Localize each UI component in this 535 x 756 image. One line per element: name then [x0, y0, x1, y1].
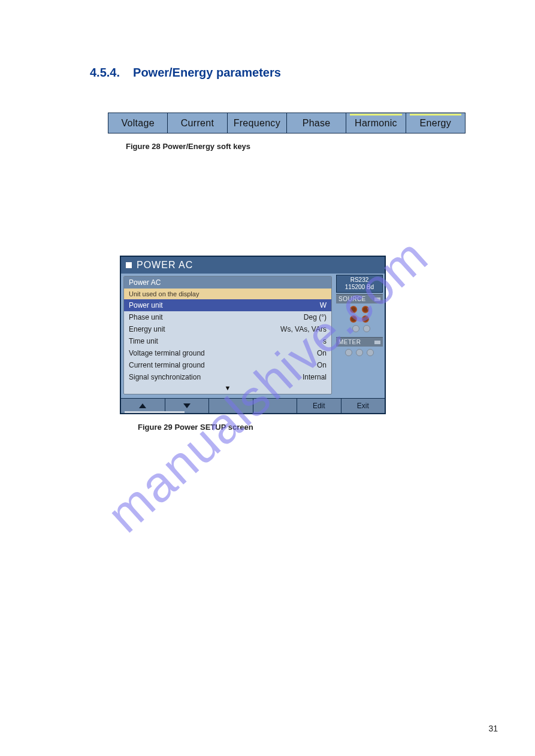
softkey-label: Current: [181, 118, 214, 128]
row-value: On: [317, 348, 327, 358]
settings-panel: Power AC Unit used on the display Power …: [123, 276, 332, 394]
row-value: Internal: [303, 372, 327, 382]
softkey-label: Exit: [357, 402, 369, 410]
screen-title: POWER AC: [137, 260, 193, 271]
row-value: Deg (°): [304, 312, 327, 322]
exit-button[interactable]: Exit: [341, 399, 385, 413]
source-led-icon: [374, 297, 380, 301]
softkey-frequency[interactable]: Frequency: [228, 113, 287, 133]
row-label: Energy unit: [129, 324, 165, 334]
terminal-icon: [362, 306, 369, 313]
row-label: Power unit: [129, 300, 163, 310]
row-label: Phase unit: [129, 312, 163, 322]
stop-icon: [126, 262, 132, 268]
terminal-row-hi: [350, 306, 369, 313]
row-signal-sync[interactable]: Signal synchronization Internal: [124, 371, 331, 383]
meter-dots: [345, 349, 374, 356]
screen-titlebar: POWER AC: [121, 257, 385, 274]
softkey-label: Harmonic: [355, 118, 397, 128]
rs-line1: RS232: [337, 277, 382, 284]
title-underline: [125, 411, 185, 413]
dot-icon: [356, 349, 363, 356]
heading-title: Power/Energy parameters: [133, 66, 281, 79]
softkey-label: Voltage: [121, 118, 154, 128]
meter-label: METER: [338, 339, 361, 345]
row-current-ground[interactable]: Current terminal ground On: [124, 359, 331, 371]
row-voltage-ground[interactable]: Voltage terminal ground On: [124, 347, 331, 359]
row-label: Voltage terminal ground: [129, 348, 205, 358]
row-energy-unit[interactable]: Energy unit Ws, VAs, VArs: [124, 323, 331, 335]
dot-icon: [352, 325, 359, 332]
row-value: On: [317, 360, 327, 370]
rs-line2: 115200 Bd: [337, 284, 382, 291]
softkey-phase[interactable]: Phase: [287, 113, 346, 133]
meter-terminals: [336, 347, 383, 360]
softkey-label: Energy: [420, 118, 452, 128]
indicator-dots: [349, 325, 370, 332]
heading-number: 4.5.4.: [90, 66, 120, 80]
arrow-up-icon: [139, 403, 146, 408]
softkey-label: Edit: [313, 402, 325, 410]
arrow-down-icon: [183, 403, 191, 408]
more-indicator: ▼: [124, 383, 331, 394]
row-power-unit[interactable]: Power unit W: [124, 299, 331, 311]
terminal-icon: [362, 315, 369, 323]
softkey-voltage[interactable]: Voltage: [108, 113, 168, 133]
source-tab[interactable]: SOURCE: [336, 294, 383, 303]
row-value: Ws, VAs, VArs: [280, 324, 327, 334]
row-label: Current terminal ground: [129, 360, 205, 370]
softkey-label: Phase: [303, 118, 331, 128]
figure-29-caption: Figure 29 Power SETUP screen: [138, 423, 499, 432]
document-page: 4.5.4.Power/Energy parameters Voltage Cu…: [0, 0, 535, 756]
softkeys-bar: Voltage Current Frequency Phase Harmonic…: [108, 113, 466, 133]
row-label: Time unit: [129, 336, 158, 346]
source-label: SOURCE: [338, 296, 366, 302]
softkey-label: Frequency: [234, 118, 280, 128]
panel-section-header: Power AC: [124, 277, 331, 289]
meter-tab[interactable]: METER: [336, 337, 383, 347]
source-terminals: [336, 303, 383, 336]
row-phase-unit[interactable]: Phase unit Deg (°): [124, 311, 331, 323]
softkey-harmonic[interactable]: Harmonic: [346, 113, 406, 133]
row-time-unit[interactable]: Time unit s: [124, 335, 331, 347]
section-heading: 4.5.4.Power/Energy parameters: [90, 66, 499, 80]
figure-28-caption: Figure 28 Power/Energy soft keys: [126, 142, 499, 151]
softkey-current[interactable]: Current: [168, 113, 227, 133]
meter-led-icon: [374, 341, 380, 344]
softkey-energy[interactable]: Energy: [406, 113, 465, 133]
dot-icon: [363, 325, 370, 332]
row-label: Signal synchronization: [129, 372, 201, 382]
power-setup-screen: POWER AC Power AC Unit used on the displ…: [120, 256, 386, 414]
row-value: W: [320, 300, 327, 310]
rs232-info: RS232 115200 Bd: [336, 275, 383, 293]
edit-button[interactable]: Edit: [297, 399, 341, 413]
softkey-blank-4[interactable]: [253, 399, 298, 413]
screen-main: Power AC Unit used on the display Power …: [121, 274, 334, 398]
screen-sidebar: RS232 115200 Bd SOURCE METER: [334, 274, 385, 398]
dot-icon: [367, 349, 374, 356]
dot-icon: [345, 349, 352, 356]
softkey-blank-3[interactable]: [209, 399, 253, 413]
row-value: s: [323, 336, 327, 346]
page-number: 31: [488, 724, 498, 733]
terminal-icon: [350, 306, 357, 313]
screen-body: Power AC Unit used on the display Power …: [121, 274, 385, 398]
panel-hint: Unit used on the display: [124, 289, 331, 299]
terminal-icon: [350, 315, 357, 323]
terminal-row-lo: [350, 315, 369, 323]
